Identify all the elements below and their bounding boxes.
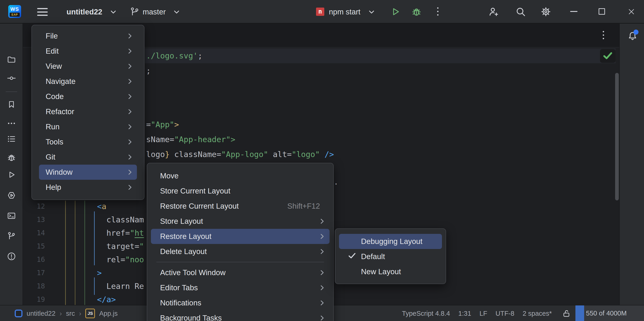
menu-item-store-current-layout[interactable]: Store Current Layout [151,184,330,198]
menu-item-delete-layout[interactable]: Delete Layout [151,244,330,259]
project-folder-icon[interactable] [7,55,16,64]
more-icon[interactable] [7,118,16,128]
add-user-icon[interactable] [488,6,500,18]
menu-item-active-tool-window[interactable]: Active Tool Window [151,265,330,280]
status-widget-1-31[interactable]: 1:31 [458,310,471,317]
menu-item-debugging-layout[interactable]: Debugging Layout [339,234,442,249]
editor-scrollbar-thumb[interactable] [615,73,619,200]
menu-item-editor-tabs[interactable]: Editor Tabs [151,280,330,295]
notifications-bell-icon[interactable] [627,30,638,42]
more-actions-kebab-icon[interactable] [437,7,438,16]
code-line: classNam [106,213,144,226]
editor-options-kebab-icon[interactable] [603,31,604,39]
menu-item-move[interactable]: Move [151,168,330,184]
status-widgets: TypeScript 4.8.41:31LFUTF-82 spaces* [402,306,552,321]
bookmarks-icon[interactable] [7,100,16,109]
menu-item-edit[interactable]: Edit [39,44,137,59]
menu-separator [156,262,324,262]
menu-item-navigate[interactable]: Navigate [39,74,137,89]
menu-item-window[interactable]: Window [39,165,137,180]
javascript-file-icon: JS [85,308,95,318]
breadcrumb-item-untitled22[interactable]: untitled22 [26,310,56,317]
menu-item-restore-layout[interactable]: Restore Layout [151,229,330,244]
menu-item-default[interactable]: Default [339,249,442,264]
code-line: <a [97,200,106,213]
code-line: > [97,266,102,280]
status-widget-lf[interactable]: LF [480,310,487,317]
chevron-right-icon [320,234,324,239]
menu-item-view[interactable]: View [39,59,137,74]
project-selector[interactable]: untitled22 [66,6,102,18]
main-menu-hamburger-icon[interactable] [37,8,48,16]
settings-gear-icon[interactable] [540,6,552,18]
line-number: 12 [23,200,45,213]
indent-guide [84,200,85,305]
search-icon[interactable] [515,6,526,18]
menu-item-run[interactable]: Run [39,119,137,134]
menu-item-store-layout[interactable]: Store Layout [151,214,330,229]
problems-icon[interactable] [7,252,16,261]
chevron-right-icon [320,285,324,290]
menu-item-background-tasks[interactable]: Background Tasks [151,310,330,321]
project-icon [15,310,22,317]
unlock-icon[interactable] [562,309,571,318]
menu-item-label: File [46,32,58,40]
code-line: ; [146,63,151,78]
webstorm-logo-icon[interactable]: WS EAP [8,5,21,18]
menu-item-shortcut: Shift+F12 [287,202,320,210]
menu-item-code[interactable]: Code [39,89,137,104]
code-line: ./logo.svg'; [146,48,202,63]
menu-item-label: Navigate [46,77,76,86]
code-line: logo} className="App-logo" alt="logo" /> [146,147,334,162]
status-widget-typescript-4-8-4[interactable]: TypeScript 4.8.4 [402,310,450,317]
menu-item-restore-current-layout[interactable]: Restore Current LayoutShift+F12 [151,198,330,214]
git-branch-icon [129,6,140,17]
menu-item-label: Active Tool Window [160,268,226,277]
menu-item-tools[interactable]: Tools [39,134,137,150]
git-branch-icon[interactable] [7,231,16,241]
commit-icon[interactable] [7,73,16,83]
menu-item-label: Window [46,168,72,176]
window-maximize-button[interactable] [598,8,605,15]
window-minimize-button[interactable] [570,11,578,12]
menu-item-help[interactable]: Help [39,180,137,195]
breadcrumbs: untitled22›src›JSApp.js [15,306,118,321]
chevron-right-icon [320,300,324,306]
status-widget-utf-8[interactable]: UTF-8 [496,310,514,317]
debug-button[interactable] [411,6,422,17]
code-line: sName="App-header"> [146,132,235,147]
main-menu-popup: FileEditViewNavigateCodeRefactorRunTools… [32,25,144,200]
indent-guide [65,200,66,305]
memory-indicator[interactable]: 550 of 4000M [576,306,644,321]
breadcrumb-item-src[interactable]: src [66,310,75,317]
breadcrumb-item-app-js[interactable]: App.js [99,310,118,317]
chevron-right-icon [128,79,132,84]
logo-text: WS [8,6,21,12]
window-close-button[interactable] [628,8,635,16]
status-widget-2-spaces-[interactable]: 2 spaces* [523,310,552,317]
run-button[interactable] [390,6,401,17]
menu-item-file[interactable]: File [39,28,137,44]
menu-item-label: New Layout [361,267,401,276]
restore-layout-submenu-popup: Debugging LayoutDefaultNew Layout [335,228,446,284]
structure-icon[interactable] [7,134,16,144]
tool-strip-separator [6,92,17,92]
branch-selector[interactable]: master [143,6,166,18]
terminal-icon[interactable] [7,211,16,220]
menu-item-new-layout[interactable]: New Layout [339,264,442,279]
menu-item-git[interactable]: Git [39,150,137,165]
menu-item-label: Restore Current Layout [160,202,239,210]
code-line: href="ht [106,226,144,240]
line-number: 19 [23,293,45,306]
services-icon[interactable] [7,190,16,200]
menu-item-notifications[interactable]: Notifications [151,295,330,310]
menu-item-refactor[interactable]: Refactor [39,104,137,119]
menu-item-label: Delete Layout [160,247,207,256]
debug-icon[interactable] [7,153,16,162]
run-icon[interactable] [7,170,16,180]
npm-run-config-icon[interactable]: n [316,8,324,16]
run-configuration-selector[interactable]: npm start [329,6,360,18]
inspections-status-widget[interactable] [600,49,616,63]
line-number: 13 [23,213,45,226]
right-tool-strip [619,24,644,305]
